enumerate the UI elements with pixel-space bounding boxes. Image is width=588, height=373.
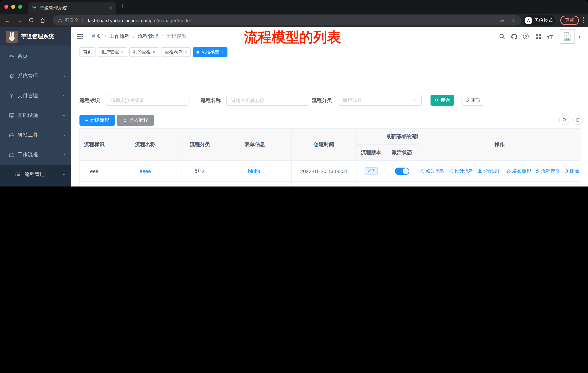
sidebar-item-process-form[interactable]: 流程表单: [0, 184, 71, 186]
sidebar-item-process-manage[interactable]: 流程管理: [0, 165, 71, 184]
cell-form: biubiu: [218, 182, 292, 186]
tag-my-process[interactable]: 我的流程×: [129, 47, 159, 57]
import-process-button[interactable]: 导入流程: [117, 115, 154, 126]
category-select[interactable]: 流程分类: [338, 95, 422, 106]
breadcrumb-current: 流程模型: [166, 33, 187, 40]
toggle-search-button[interactable]: [559, 115, 569, 125]
page-content: 流程标识 流程名称 流程分类 流程分类 搜索 重置: [71, 58, 588, 186]
tag-process-model[interactable]: 流程模型×: [193, 47, 228, 57]
tab-favicon-icon: [32, 5, 37, 10]
process-key-label: 流程标识: [79, 95, 100, 106]
url-bar[interactable]: 不安全 dashboard.yudao.iocoder.cn/bpm/manag…: [52, 15, 521, 26]
cell-version: v2: [357, 182, 386, 186]
workflow-submenu: 流程管理 流程表单 用户分组 流程模型: [0, 165, 71, 186]
chrome-update-button[interactable]: 更新: [560, 16, 579, 25]
version-badge[interactable]: v17: [365, 167, 378, 175]
macos-zoom-button[interactable]: [18, 5, 22, 9]
process-name-input[interactable]: [226, 95, 309, 106]
fullscreen-icon[interactable]: [535, 33, 542, 40]
broken-image-icon: [563, 32, 571, 41]
sidebar-item-devtools[interactable]: 研发工具: [0, 125, 71, 145]
edit-process-link[interactable]: 修改流程: [420, 168, 445, 174]
browser-menu-icon[interactable]: [583, 17, 584, 24]
avatar-caret-icon[interactable]: ▼: [578, 35, 581, 39]
close-icon[interactable]: ×: [184, 49, 187, 54]
macos-close-button[interactable]: [4, 5, 8, 9]
table-row: self 自己审批 默认 biubiu 2022-01-16 11:54:30 …: [80, 182, 581, 186]
tag-process-form[interactable]: 流程表单×: [161, 47, 191, 57]
sidebar-item-system[interactable]: 系统管理: [0, 66, 71, 86]
sidebar-item-workflow[interactable]: 工作流程: [0, 145, 71, 165]
tags-view-bar: 首页 租户管理× 我的流程× 流程表单× 流程模型×: [71, 46, 588, 59]
publish-process-link[interactable]: 发布流程: [506, 168, 531, 174]
delete-link[interactable]: 删除: [564, 168, 579, 174]
gear-icon: [449, 169, 453, 173]
cell-form: biubiu: [218, 161, 292, 182]
briefcase-icon: [9, 152, 15, 158]
process-name-label: 流程名称: [200, 95, 221, 106]
col-header-version: 流程版本: [357, 145, 386, 161]
sidebar-item-home[interactable]: 首页: [0, 47, 71, 66]
home-button[interactable]: [39, 17, 47, 24]
cell-name: eeee: [109, 161, 182, 182]
user-icon: [478, 169, 482, 173]
bookmark-star-icon[interactable]: ☆: [511, 17, 516, 24]
cell-category: 默认: [182, 161, 218, 182]
create-process-button[interactable]: + 新建流程: [79, 115, 115, 126]
app-header: 首页 / 工作流程 / 流程管理 / 流程模型 流程模型的列表 ? TT ▼: [71, 27, 588, 46]
reload-button[interactable]: [27, 17, 35, 24]
url-text[interactable]: dashboard.yudao.iocoder.cn/bpm/manager/m…: [86, 18, 191, 23]
security-label[interactable]: 不安全: [64, 17, 79, 24]
close-icon[interactable]: ×: [121, 49, 124, 54]
cell-created: 2022-01-16 11:54:30: [292, 182, 357, 186]
password-key-icon[interactable]: [499, 18, 505, 23]
tab-close-icon[interactable]: ✕: [108, 5, 113, 10]
user-avatar[interactable]: [560, 29, 575, 44]
refresh-table-button[interactable]: [572, 115, 583, 125]
font-size-icon[interactable]: TT: [547, 34, 554, 41]
tag-tenant[interactable]: 租户管理×: [98, 47, 127, 57]
back-button[interactable]: ←: [4, 17, 12, 24]
browser-tab[interactable]: 芋道管理系统 ✕: [28, 2, 116, 14]
breadcrumb-process-manage[interactable]: 流程管理: [138, 33, 158, 40]
reset-button[interactable]: 重置: [462, 95, 484, 106]
col-header-form: 表单信息: [218, 129, 292, 161]
process-definition-link[interactable]: 流程定义: [535, 168, 560, 174]
gear-icon: [9, 73, 15, 79]
design-process-link[interactable]: 设计流程: [449, 168, 473, 174]
hamburger-icon[interactable]: [77, 33, 84, 40]
breadcrumb-workflow[interactable]: 工作流程: [109, 33, 130, 40]
cell-active: [386, 182, 418, 186]
incognito-label: 无痕模式: [535, 17, 553, 23]
cell-active: [386, 161, 418, 182]
main-area: 首页 / 工作流程 / 流程管理 / 流程模型 流程模型的列表 ? TT ▼ 首: [71, 27, 588, 186]
breadcrumb: 首页 / 工作流程 / 流程管理 / 流程模型: [91, 27, 187, 46]
screenshot-root: 芋道管理系统 ✕ + ← → 不安全 dashboard.yudao.iocod…: [0, 0, 588, 186]
form-link[interactable]: biubiu: [248, 168, 262, 174]
process-name-link[interactable]: eeee: [140, 168, 151, 174]
search-button[interactable]: 搜索: [430, 95, 454, 106]
search-icon[interactable]: [499, 33, 506, 40]
process-key-input[interactable]: [106, 95, 189, 106]
logo[interactable]: 芋道管理系统: [0, 27, 71, 46]
app-title: 芋道管理系统: [21, 33, 54, 40]
yen-icon: ¥: [9, 93, 15, 99]
help-icon[interactable]: ?: [523, 33, 530, 40]
breadcrumb-home[interactable]: 首页: [91, 33, 101, 40]
browser-chrome: 芋道管理系统 ✕ + ← → 不安全 dashboard.yudao.iocod…: [0, 0, 588, 27]
close-icon[interactable]: ×: [153, 49, 155, 54]
new-tab-button[interactable]: +: [121, 2, 125, 10]
forward-button[interactable]: →: [15, 17, 23, 24]
github-icon[interactable]: [511, 33, 518, 40]
tag-home[interactable]: 首页: [79, 47, 95, 57]
sidebar-item-payment[interactable]: ¥ 支付管理: [0, 86, 71, 106]
refresh-icon: [575, 118, 580, 122]
macos-minimize-button[interactable]: [11, 5, 15, 9]
active-toggle[interactable]: [395, 167, 409, 175]
close-icon[interactable]: ×: [221, 49, 224, 54]
sidebar-item-infra[interactable]: 基础设施: [0, 106, 71, 125]
search-icon: [562, 118, 567, 122]
assign-rule-link[interactable]: 分配规则: [478, 168, 502, 174]
cell-created: 2022-01-20 13:08:31: [292, 161, 357, 182]
red-annotation-text: 流程模型的列表: [244, 29, 341, 45]
